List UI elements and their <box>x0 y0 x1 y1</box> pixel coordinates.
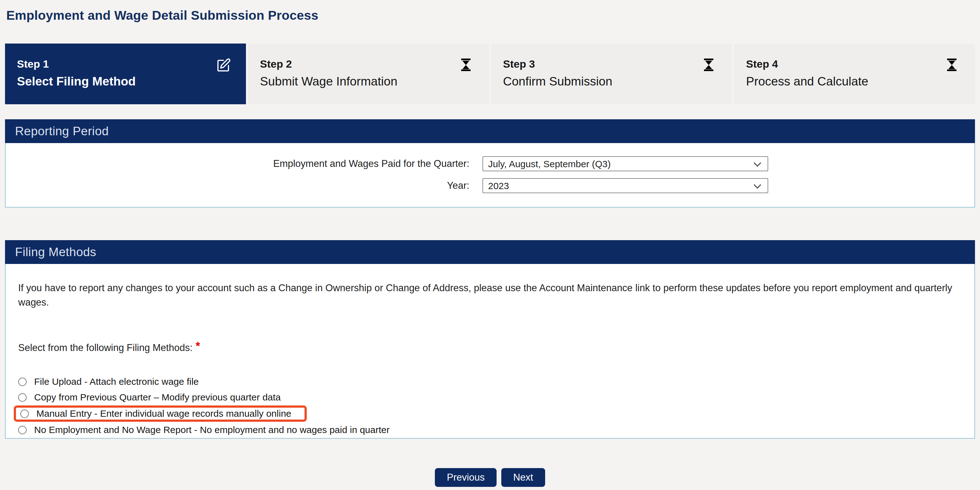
step-tab-1-select-filing-method[interactable]: Step 1 Select Filing Method <box>5 43 246 104</box>
filing-method-option-manual-entry[interactable]: Manual Entry - Enter individual wage rec… <box>14 406 307 422</box>
next-button[interactable]: Next <box>501 468 545 487</box>
year-row: Year: 2023 <box>6 178 974 193</box>
step-tab-3-confirm-submission[interactable]: Step 3 Confirm Submission <box>491 43 732 104</box>
reporting-period-header: Reporting Period <box>5 119 975 143</box>
step-tabs: Step 1 Select Filing Method Step 2 Submi… <box>5 43 975 104</box>
account-maintenance-notice: If you have to report any changes to you… <box>18 264 962 310</box>
filing-method-option-copy-previous-quarter[interactable]: Copy from Previous Quarter – Modify prev… <box>18 390 281 405</box>
reporting-period-section: Reporting Period Employment and Wages Pa… <box>5 119 975 208</box>
filing-method-option-no-employment[interactable]: No Employment and No Wage Report - No em… <box>18 422 390 438</box>
year-select-wrap: 2023 <box>482 178 768 193</box>
filing-methods-header: Filing Methods <box>5 240 975 264</box>
page-title: Employment and Wage Detail Submission Pr… <box>6 8 975 23</box>
option-label: File Upload - Attach electronic wage fil… <box>34 376 199 387</box>
filing-methods-section: Filing Methods If you have to report any… <box>5 240 975 439</box>
previous-button[interactable]: Previous <box>435 468 496 487</box>
option-label: No Employment and No Wage Report - No em… <box>34 425 390 435</box>
step-label: Confirm Submission <box>503 75 732 88</box>
step-tab-2-submit-wage-information[interactable]: Step 2 Submit Wage Information <box>248 43 489 104</box>
filing-method-option-file-upload[interactable]: File Upload - Attach electronic wage fil… <box>18 374 199 389</box>
quarter-select-wrap: July, August, September (Q3) <box>482 156 768 171</box>
option-label: Copy from Previous Quarter – Modify prev… <box>34 392 281 403</box>
option-label: Manual Entry - Enter individual wage rec… <box>37 408 291 419</box>
no-employment-radio[interactable] <box>18 426 27 434</box>
copy-previous-quarter-radio[interactable] <box>18 393 27 402</box>
step-label: Select Filing Method <box>17 75 246 88</box>
file-upload-radio[interactable] <box>18 377 27 386</box>
step-tab-4-process-and-calculate[interactable]: Step 4 Process and Calculate <box>734 43 975 104</box>
quarter-select[interactable]: July, August, September (Q3) <box>482 156 768 171</box>
required-asterisk: * <box>196 340 200 353</box>
select-filing-method-label-row: Select from the following Filing Methods… <box>18 342 962 355</box>
year-label: Year: <box>6 180 469 191</box>
step-label: Process and Calculate <box>746 75 975 88</box>
hourglass-icon <box>458 57 475 74</box>
step-number: Step 2 <box>260 58 489 70</box>
hourglass-icon <box>944 57 961 74</box>
step-number: Step 3 <box>503 58 732 70</box>
quarter-label: Employment and Wages Paid for the Quarte… <box>6 158 469 170</box>
manual-entry-radio[interactable] <box>21 409 29 418</box>
select-filing-method-label: Select from the following Filing Methods… <box>18 342 192 354</box>
step-label: Submit Wage Information <box>260 75 489 88</box>
year-select[interactable]: 2023 <box>482 178 768 193</box>
navigation-buttons: Previous Next <box>0 468 980 487</box>
quarter-row: Employment and Wages Paid for the Quarte… <box>6 156 974 171</box>
step-number: Step 4 <box>746 58 975 70</box>
edit-icon <box>215 57 232 74</box>
hourglass-icon <box>701 57 718 74</box>
step-number: Step 1 <box>17 58 246 70</box>
reporting-period-body: Employment and Wages Paid for the Quarte… <box>5 143 975 208</box>
filing-methods-body: If you have to report any changes to you… <box>5 264 975 439</box>
filing-method-options: File Upload - Attach electronic wage fil… <box>18 374 962 438</box>
